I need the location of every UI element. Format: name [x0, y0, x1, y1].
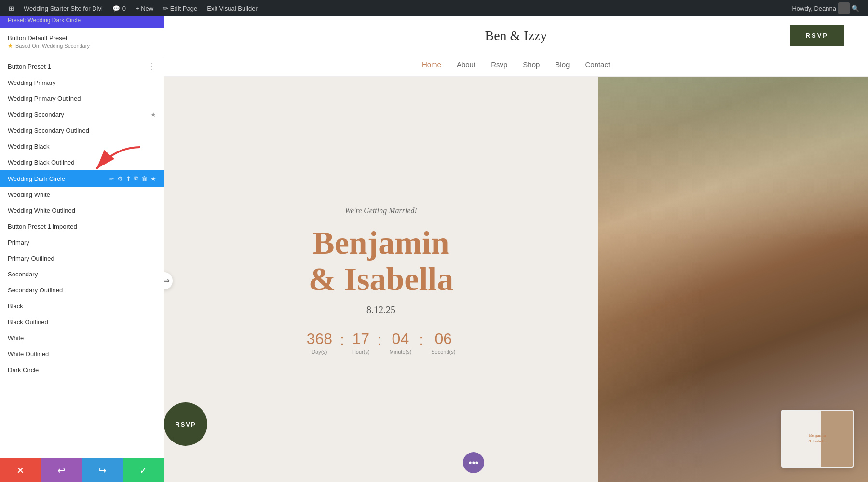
bottom-toolbar: ✕ ↩ ↪ ✓ [0, 458, 164, 482]
panel-expand-handle[interactable]: ⟺ [164, 272, 173, 289]
wedding-date: 8.12.25 [366, 304, 395, 316]
comment-count: 0 [122, 5, 126, 12]
search-icon[interactable]: 🔍 [852, 5, 859, 12]
countdown-sep-2: : [378, 331, 382, 349]
list-item[interactable]: Primary [0, 234, 164, 250]
hero-left-content: We're Getting Married! Benjamin & Isabel… [164, 77, 598, 482]
new-label: + New [136, 5, 153, 12]
new-button[interactable]: + New [131, 0, 158, 16]
list-item[interactable]: White Outlined [0, 346, 164, 362]
floating-menu-button[interactable]: ••• [463, 452, 484, 473]
countdown-seconds: 06 Second(s) [431, 330, 455, 355]
preset-label: Button Preset 1 [8, 63, 148, 70]
edit-page-button[interactable]: ✏ Edit Page [158, 0, 202, 16]
more-dots-icon[interactable]: ⋮ [148, 62, 156, 70]
list-item[interactable]: Wedding White Outlined [0, 203, 164, 219]
preset-label: Wedding White [8, 191, 156, 198]
minutes-label: Minute(s) [389, 349, 411, 355]
list-item[interactable]: Secondary Outlined [0, 282, 164, 298]
preset-label: Secondary Outlined [8, 287, 156, 294]
default-preset-sub: ★ Based On: Wedding Secondary [8, 42, 156, 49]
rsvp-circle-button[interactable]: RSVP [164, 402, 207, 446]
days-value: 368 [307, 330, 332, 348]
list-item-active[interactable]: Wedding Dark Circle ✏ ⚙ ⬆ ⧉ 🗑 ★ [0, 170, 164, 187]
list-item[interactable]: Wedding Black [0, 138, 164, 154]
list-item[interactable]: Secondary [0, 266, 164, 282]
preset-label: Wedding Dark Circle [8, 175, 109, 182]
delete-icon[interactable]: 🗑 [141, 175, 148, 182]
nav-link-rsvp[interactable]: Rsvp [491, 60, 507, 69]
redo-button[interactable]: ↪ [82, 458, 123, 482]
preset-label: Wedding White Outlined [8, 207, 156, 214]
couple-name-1: Benjamin [312, 224, 449, 261]
copy-icon[interactable]: ⧉ [134, 175, 138, 182]
star-action-icon[interactable]: ★ [150, 175, 156, 182]
preset-label: Primary [8, 239, 156, 246]
preview-thumbnail: Benjamin& Isabella [781, 410, 854, 468]
preview-inner: Benjamin& Isabella [782, 411, 853, 467]
default-preset-section: Button Default Preset ★ Based On: Weddin… [0, 28, 164, 55]
site-title: Ben & Izzy [485, 28, 547, 43]
preset-label: Wedding Black [8, 143, 156, 150]
nav-link-blog[interactable]: Blog [555, 60, 570, 69]
panel-preset-label[interactable]: Preset: Wedding Dark Circle [8, 17, 156, 24]
list-item[interactable]: Wedding Secondary ★ [0, 107, 164, 123]
wp-icon-button[interactable]: ⊞ [4, 0, 19, 16]
hours-value: 17 [352, 330, 369, 348]
edit-page-label: ✏ Edit Page [163, 5, 197, 12]
countdown-sep-1: : [340, 331, 344, 349]
list-item[interactable]: Button Preset 1 ⋮ [0, 57, 164, 75]
list-item[interactable]: Wedding Secondary Outlined [0, 123, 164, 138]
preset-actions: ✏ ⚙ ⬆ ⧉ 🗑 ★ [109, 175, 156, 182]
list-item[interactable]: Wedding White [0, 187, 164, 203]
edit-icon[interactable]: ✏ [109, 175, 114, 182]
save-button[interactable]: ✓ [123, 458, 164, 482]
admin-bar-right: Howdy, Deanna 🔍 [792, 2, 864, 14]
countdown-sep-3: : [419, 331, 423, 349]
list-item[interactable]: Black [0, 298, 164, 314]
countdown-days: 368 Day(s) [307, 330, 332, 355]
cancel-button[interactable]: ✕ [0, 458, 41, 482]
nav-link-about[interactable]: About [457, 60, 475, 69]
preset-label: Wedding Black Outlined [8, 159, 156, 166]
list-item[interactable]: White [0, 330, 164, 346]
couple-name-2: & Isabella [309, 261, 453, 297]
exit-builder-button[interactable]: Exit Visual Builder [202, 0, 262, 16]
preset-label: Secondary [8, 271, 156, 278]
comment-button[interactable]: 💬 0 [108, 0, 131, 16]
list-item[interactable]: Dark Circle [0, 362, 164, 378]
list-item[interactable]: Wedding Black Outlined [0, 154, 164, 170]
preset-label: Dark Circle [8, 366, 156, 373]
button-settings-panel: Button Settings ⊡ ⊞ ⋮ Preset: Wedding Da… [0, 0, 164, 482]
exit-builder-label: Exit Visual Builder [207, 5, 258, 12]
site-preview-area: Ben & Izzy RSVP Home About Rsvp Shop Blo… [164, 16, 868, 482]
preset-list: Button Preset 1 ⋮ Wedding Primary Weddin… [0, 55, 164, 458]
couple-name-display: Benjamin & Isabella [309, 225, 453, 297]
nav-link-shop[interactable]: Shop [523, 60, 540, 69]
star-icon: ★ [8, 42, 13, 49]
preset-label: White Outlined [8, 350, 156, 358]
site-name-button[interactable]: Wedding Starter Site for Divi [19, 0, 108, 16]
upload-icon[interactable]: ⬆ [126, 175, 131, 182]
preset-label: Black Outlined [8, 318, 156, 326]
star-icon: ★ [150, 111, 156, 118]
preset-label: White [8, 334, 156, 342]
settings-icon[interactable]: ⚙ [117, 175, 123, 182]
seconds-label: Second(s) [431, 349, 455, 355]
nav-link-contact[interactable]: Contact [585, 60, 610, 69]
list-item[interactable]: Wedding Primary [0, 75, 164, 91]
list-item[interactable]: Wedding Primary Outlined [0, 91, 164, 107]
comment-icon: 💬 [112, 5, 120, 12]
nav-link-home[interactable]: Home [422, 60, 441, 69]
hero-section: We're Getting Married! Benjamin & Isabel… [164, 77, 868, 482]
rsvp-nav-button[interactable]: RSVP [790, 25, 844, 46]
hours-label: Hour(s) [352, 349, 370, 355]
site-name-label: Wedding Starter Site for Divi [24, 5, 103, 12]
preset-label: Primary Outlined [8, 255, 156, 262]
list-item[interactable]: Black Outlined [0, 314, 164, 330]
default-preset-title: Button Default Preset [8, 34, 156, 41]
list-item[interactable]: Button Preset 1 imported [0, 219, 164, 234]
preset-label: Black [8, 303, 156, 310]
list-item[interactable]: Primary Outlined [0, 250, 164, 266]
undo-button[interactable]: ↩ [41, 458, 82, 482]
